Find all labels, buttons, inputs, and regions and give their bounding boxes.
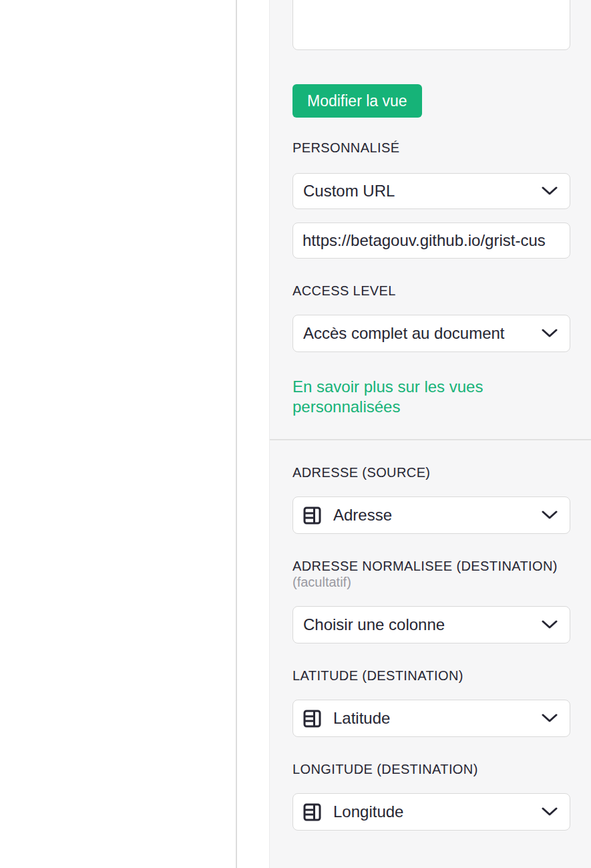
column-mapping-section: ADRESSE (SOURCE) Adresse ADRESSE NORMALI… bbox=[270, 464, 591, 831]
section-divider bbox=[270, 439, 591, 440]
scrollbar-track[interactable] bbox=[236, 0, 269, 868]
column-mapping-select[interactable]: Latitude bbox=[292, 700, 570, 737]
widget-config-panel: Modifier la vue PERSONNALISÉ Custom URL … bbox=[269, 0, 591, 868]
modify-view-button[interactable]: Modifier la vue bbox=[292, 84, 422, 118]
learn-more-link[interactable]: En savoir plus sur les vues personnalisé… bbox=[292, 377, 533, 417]
column-icon bbox=[303, 507, 321, 525]
field-label: LONGITUDE (DESTINATION) bbox=[292, 761, 570, 777]
mapping-field: ADRESSE NORMALISEE (DESTINATION) (facult… bbox=[292, 558, 570, 643]
chevron-down-icon bbox=[542, 329, 558, 338]
custom-widget-section: Modifier la vue PERSONNALISÉ Custom URL … bbox=[270, 0, 591, 417]
mapping-field: LATITUDE (DESTINATION) Latitude bbox=[292, 668, 570, 737]
column-mapping-select[interactable]: Longitude bbox=[292, 793, 570, 831]
custom-url-input[interactable] bbox=[292, 223, 570, 259]
column-mapping-select[interactable]: Adresse bbox=[292, 496, 570, 534]
field-value: Longitude bbox=[333, 803, 542, 821]
widget-type-select[interactable]: Custom URL bbox=[292, 173, 570, 209]
widget-type-value: Custom URL bbox=[303, 182, 542, 200]
access-level-select[interactable]: Accès complet au document bbox=[292, 315, 570, 352]
mapping-field: ADRESSE (SOURCE) Adresse bbox=[292, 464, 570, 534]
chevron-down-icon bbox=[542, 511, 558, 520]
field-label: LATITUDE (DESTINATION) bbox=[292, 668, 570, 684]
field-value: Choisir une colonne bbox=[303, 615, 542, 634]
document-area bbox=[0, 0, 236, 868]
column-icon bbox=[303, 803, 321, 821]
chevron-down-icon bbox=[542, 807, 558, 817]
field-optional-label: (facultatif) bbox=[292, 574, 570, 590]
chevron-down-icon bbox=[542, 714, 558, 723]
panel-bottom-spacer bbox=[270, 831, 591, 868]
column-icon bbox=[303, 710, 321, 728]
mapping-field: LONGITUDE (DESTINATION) Longitude bbox=[292, 761, 570, 831]
field-value: Adresse bbox=[333, 506, 542, 525]
field-label: ADRESSE (SOURCE) bbox=[292, 464, 570, 480]
access-level-value: Accès complet au document bbox=[303, 324, 542, 343]
access-level-label: ACCESS LEVEL bbox=[292, 283, 570, 299]
column-mapping-select[interactable]: Choisir une colonne bbox=[292, 606, 570, 643]
chevron-down-icon bbox=[542, 186, 558, 196]
field-label: ADRESSE NORMALISEE (DESTINATION) bbox=[292, 558, 570, 574]
custom-section-label: PERSONNALISÉ bbox=[292, 140, 570, 156]
field-value: Latitude bbox=[333, 709, 542, 728]
chevron-down-icon bbox=[542, 620, 558, 629]
widget-description-textarea[interactable] bbox=[292, 0, 570, 50]
